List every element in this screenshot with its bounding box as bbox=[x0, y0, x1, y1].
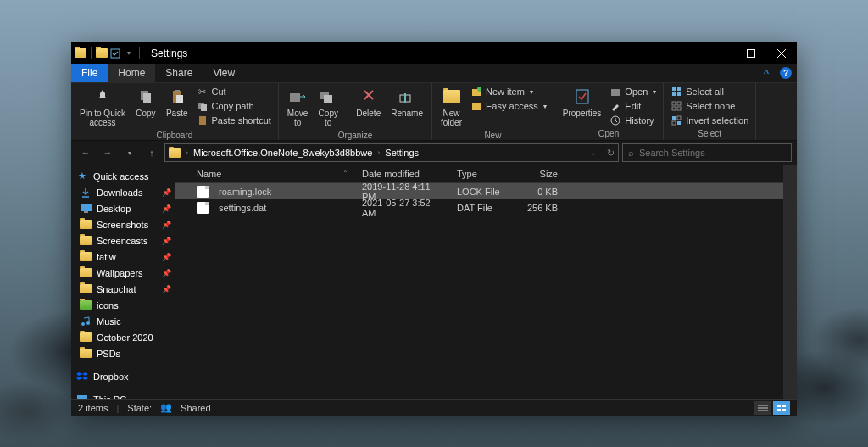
new-item-button[interactable]: New item▾ bbox=[469, 85, 548, 98]
up-button[interactable]: ↑ bbox=[142, 143, 161, 162]
pin-to-quick-access-button[interactable]: Pin to Quick access bbox=[76, 85, 129, 129]
open-button[interactable]: Open▾ bbox=[608, 85, 658, 98]
address-folder-icon bbox=[169, 148, 181, 158]
copy-to-button[interactable]: Copy to bbox=[314, 85, 342, 129]
history-button[interactable]: History bbox=[608, 114, 658, 127]
sidebar-item-music[interactable]: Music bbox=[71, 313, 175, 329]
svg-rect-30 bbox=[672, 116, 676, 120]
refresh-button[interactable]: ↻ bbox=[607, 148, 615, 159]
column-name[interactable]: Name⌃ bbox=[190, 169, 355, 179]
chevron-right-icon[interactable]: › bbox=[186, 148, 188, 157]
tab-share[interactable]: Share bbox=[155, 64, 203, 82]
qat-dropdown-icon[interactable]: ▾ bbox=[123, 47, 135, 59]
column-date[interactable]: Date modified bbox=[355, 169, 450, 179]
folder-green-icon bbox=[80, 300, 92, 310]
back-button[interactable]: ← bbox=[76, 143, 95, 162]
help-icon[interactable]: ? bbox=[780, 67, 792, 79]
this-pc-item[interactable]: This PC bbox=[71, 391, 175, 399]
details-view-button[interactable] bbox=[754, 401, 771, 415]
sidebar-item-screenshots[interactable]: Screenshots📌 bbox=[71, 216, 175, 232]
tab-home[interactable]: Home bbox=[108, 64, 155, 82]
sidebar-item-label: Desktop bbox=[97, 204, 131, 214]
pin-icon: 📌 bbox=[162, 285, 171, 293]
search-box[interactable]: ⌕ bbox=[622, 143, 792, 162]
copy-to-icon bbox=[318, 87, 338, 107]
sidebar-item-snapchat[interactable]: Snapchat📌 bbox=[71, 281, 175, 297]
tab-file[interactable]: File bbox=[71, 64, 108, 82]
open-group-label: Open bbox=[559, 127, 659, 140]
svg-rect-28 bbox=[672, 107, 676, 110]
sidebar-item-desktop[interactable]: Desktop📌 bbox=[71, 200, 175, 216]
cut-button[interactable]: ✂Cut bbox=[195, 85, 273, 98]
maximize-button[interactable] bbox=[736, 42, 766, 64]
forward-button[interactable]: → bbox=[98, 143, 117, 162]
navigation-pane[interactable]: ★Quick access Downloads📌Desktop📌Screensh… bbox=[71, 165, 175, 399]
navigation-bar: ← → ▾ ↑ › Microsoft.Office.OneNote_8weky… bbox=[71, 141, 797, 165]
properties-button[interactable]: Properties bbox=[559, 85, 605, 120]
new-group-label: New bbox=[437, 129, 548, 142]
invert-selection-button[interactable]: Invert selection bbox=[669, 114, 750, 127]
move-to-button[interactable]: Move to bbox=[284, 85, 311, 129]
folder-icon bbox=[80, 349, 92, 359]
breadcrumb-segment[interactable]: Microsoft.Office.OneNote_8wekyb3d8bbwe bbox=[193, 148, 372, 158]
file-row[interactable]: roaming.lock2019-11-28 4:11 PMLOCK File0… bbox=[175, 183, 783, 199]
thumbnails-view-button[interactable] bbox=[773, 401, 790, 415]
minimize-button[interactable] bbox=[705, 42, 736, 64]
chevron-right-icon[interactable]: › bbox=[377, 148, 380, 157]
paste-button[interactable]: Paste bbox=[163, 85, 192, 120]
select-none-button[interactable]: Select none bbox=[669, 99, 750, 113]
column-size[interactable]: Size bbox=[518, 169, 565, 179]
shared-text: Shared bbox=[181, 403, 210, 413]
svg-rect-20 bbox=[611, 89, 620, 96]
rename-icon bbox=[397, 87, 417, 107]
copy-path-icon bbox=[197, 100, 209, 112]
rename-button[interactable]: Rename bbox=[387, 85, 426, 120]
select-all-button[interactable]: Select all bbox=[669, 85, 750, 98]
sidebar-item-label: icons bbox=[97, 300, 119, 310]
pin-icon: 📌 bbox=[162, 253, 171, 261]
file-size: 0 KB bbox=[518, 187, 565, 197]
edit-icon bbox=[609, 100, 621, 112]
copy-path-button[interactable]: Copy path bbox=[195, 99, 273, 113]
svg-rect-6 bbox=[175, 90, 180, 92]
column-type[interactable]: Type bbox=[450, 169, 518, 179]
dropbox-item[interactable]: Dropbox bbox=[71, 368, 175, 384]
file-name: roaming.lock bbox=[219, 187, 271, 197]
file-row[interactable]: settings.dat2021-05-27 3:52 AMDAT File25… bbox=[175, 199, 783, 215]
scrollbar[interactable] bbox=[783, 165, 797, 399]
qat-folder-icon[interactable] bbox=[96, 48, 108, 58]
sidebar-item-fatiw[interactable]: fatiw📌 bbox=[71, 249, 175, 265]
copy-button[interactable]: Copy bbox=[132, 85, 159, 120]
svg-rect-11 bbox=[290, 93, 300, 102]
qat-properties-icon[interactable] bbox=[109, 47, 121, 59]
search-input[interactable] bbox=[639, 148, 786, 158]
address-dropdown-icon[interactable]: ⌄ bbox=[590, 148, 597, 157]
tab-view[interactable]: View bbox=[203, 64, 245, 82]
sidebar-item-downloads[interactable]: Downloads📌 bbox=[71, 184, 175, 200]
scissors-icon: ✂ bbox=[197, 86, 209, 98]
svg-rect-7 bbox=[176, 95, 183, 103]
breadcrumb-segment[interactable]: Settings bbox=[385, 148, 419, 158]
svg-rect-10 bbox=[199, 116, 206, 125]
sidebar-item-psds[interactable]: PSDs bbox=[71, 345, 175, 361]
paste-shortcut-button[interactable]: Paste shortcut bbox=[195, 114, 273, 127]
new-folder-button[interactable]: New folder bbox=[437, 85, 465, 129]
sidebar-item-icons[interactable]: icons bbox=[71, 297, 175, 313]
close-button[interactable] bbox=[766, 42, 797, 64]
titlebar[interactable]: ▾ Settings bbox=[71, 42, 797, 64]
sidebar-item-screencasts[interactable]: Screencasts📌 bbox=[71, 232, 175, 249]
address-bar[interactable]: › Microsoft.Office.OneNote_8wekyb3d8bbwe… bbox=[164, 143, 619, 162]
ribbon-collapse-icon[interactable]: ^ bbox=[758, 64, 775, 82]
edit-button[interactable]: Edit bbox=[608, 99, 658, 113]
new-folder-icon bbox=[442, 87, 462, 107]
svg-point-38 bbox=[86, 321, 90, 325]
quick-access-header[interactable]: ★Quick access bbox=[71, 168, 175, 184]
sidebar-item-wallpapers[interactable]: Wallpapers📌 bbox=[71, 265, 175, 281]
sidebar-item-october-2020[interactable]: October 2020 bbox=[71, 329, 175, 345]
delete-button[interactable]: Delete bbox=[353, 85, 384, 120]
svg-rect-24 bbox=[672, 92, 676, 96]
svg-rect-0 bbox=[111, 49, 120, 58]
easy-access-button[interactable]: Easy access▾ bbox=[469, 99, 548, 113]
svg-rect-36 bbox=[84, 211, 88, 213]
recent-dropdown-icon[interactable]: ▾ bbox=[120, 143, 139, 162]
